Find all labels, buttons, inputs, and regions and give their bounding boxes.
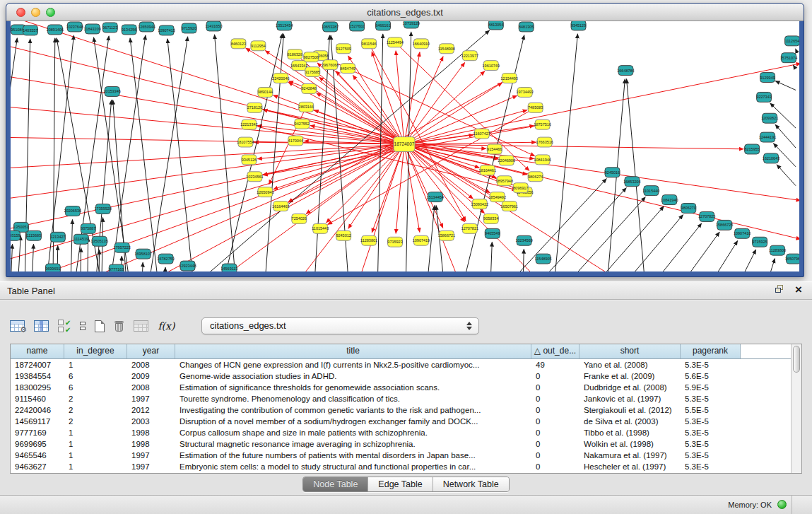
graph-node[interactable]: 9058334 (483, 214, 498, 223)
graph-node[interactable]: 1393159 (11, 230, 20, 240)
graph-node[interactable]: 12650944 (138, 22, 155, 32)
graph-node[interactable]: 8096917 (513, 183, 528, 193)
graph-node[interactable]: 9715923 (387, 237, 402, 247)
table-cell[interactable]: 6 (64, 382, 127, 393)
table-cell[interactable]: 19384554 (11, 370, 64, 382)
graph-node[interactable]: 18164461 (479, 165, 496, 175)
table-cell[interactable]: 18300295 (11, 382, 64, 393)
table-cell[interactable]: 5.3E-5 (681, 450, 741, 461)
window-titlebar[interactable]: citations_edges.txt (6, 4, 804, 21)
table-row[interactable]: 1830029562008Estimation of significance … (11, 382, 801, 393)
table-row[interactable]: 1938455462009Genome-wide association stu… (11, 370, 801, 382)
graph-node[interactable]: 16507961 (501, 201, 518, 211)
table-cell[interactable]: Jankovic et al. (1997) (579, 393, 681, 404)
graph-node[interactable]: 16640910 (413, 39, 430, 49)
graph-node[interactable]: 9699691 (45, 264, 60, 271)
table-cell[interactable]: 1997 (127, 461, 175, 472)
graph-node[interactable]: 9345129 (571, 21, 586, 30)
graph-node[interactable]: 10841946 (534, 155, 551, 165)
graph-node[interactable]: 16958107 (134, 249, 151, 259)
minimize-window-button[interactable] (31, 8, 40, 17)
table-cell[interactable]: 9115460 (11, 393, 64, 404)
graph-hub-node[interactable]: 18724007 (394, 137, 415, 152)
graph-node[interactable]: 9134256 (122, 25, 136, 35)
close-panel-icon[interactable]: × (795, 285, 802, 294)
table-cell[interactable]: 2 (64, 416, 127, 427)
graph-node[interactable]: 16648784 (617, 66, 634, 76)
table-cell[interactable]: Structural magnetic resonance image aver… (175, 438, 531, 450)
table-cell[interactable]: Franke et al. (2009) (579, 370, 681, 382)
graph-node[interactable]: 11015443 (312, 223, 329, 233)
graph-node[interactable]: 12444191 (759, 132, 776, 142)
graph-node[interactable]: 10719129 (403, 21, 420, 28)
table-cell[interactable]: 0 (531, 427, 579, 438)
graph-node[interactable]: 11283800 (769, 245, 786, 255)
graph-node[interactable]: 12707825 (698, 211, 715, 221)
network-canvas-svg[interactable]: 1872400711254494166409101154890812213977… (11, 21, 799, 271)
table-cell[interactable]: 1 (64, 359, 127, 370)
graph-node[interactable]: 15866721 (438, 230, 455, 240)
graph-node[interactable]: 12093821 (761, 113, 778, 123)
table-cell[interactable]: 9699695 (11, 438, 64, 450)
graph-node[interactable]: 7254026 (292, 214, 307, 223)
tab-network-table[interactable]: Network Table (433, 477, 509, 491)
table-cell[interactable]: 9463627 (11, 461, 64, 472)
column-header-year[interactable]: year (127, 344, 175, 358)
graph-node[interactable]: 11548905 (535, 254, 552, 264)
graph-node[interactable]: 2718120 (247, 103, 262, 112)
table-cell[interactable]: Genome-wide association studies in ADHD. (175, 370, 531, 382)
graph-node[interactable]: 20206536 (64, 206, 81, 216)
graph-node[interactable]: 8215955 (744, 144, 759, 154)
table-cell[interactable]: 0 (531, 461, 579, 472)
table-cell[interactable]: 0 (531, 404, 579, 416)
rows-icon[interactable] (80, 322, 86, 330)
table-cell[interactable]: Estimation of the future numbers of pati… (175, 450, 531, 461)
table-row[interactable]: 911546021997Tourette syndrome. Phenomeno… (11, 393, 801, 404)
new-file-icon[interactable] (95, 320, 105, 332)
column-header-out_de[interactable]: △ out_de... (531, 344, 579, 358)
graph-node[interactable]: 4170044 (288, 136, 303, 146)
graph-node[interactable]: 20153346 (104, 86, 121, 96)
table-panel-header[interactable]: Table Panel × (0, 281, 812, 300)
graph-node[interactable]: 12213342 (240, 119, 257, 129)
graph-node[interactable]: 9890144 (258, 87, 273, 97)
graph-node[interactable]: 1527602 (349, 21, 364, 31)
zoom-window-button[interactable] (46, 8, 55, 17)
table-row[interactable]: 2242004622012Investigating the contribut… (11, 404, 801, 416)
graph-node[interactable]: 16164463 (272, 201, 289, 211)
table-cell[interactable]: 1997 (127, 393, 175, 404)
graph-node[interactable]: 12154493 (501, 74, 518, 83)
graph-node[interactable]: 8186328 (288, 49, 302, 59)
table-cell[interactable]: 0 (531, 438, 579, 450)
close-window-button[interactable] (16, 8, 25, 17)
graph-node[interactable]: 9245012 (336, 230, 351, 240)
table-cell[interactable]: Hescheler et al. (1997) (579, 461, 681, 472)
graph-node[interactable]: 9112954 (251, 41, 266, 51)
graph-node[interactable]: 9715925 (752, 237, 767, 247)
table-cell[interactable]: 9465546 (11, 450, 64, 461)
table-cell[interactable]: 2012 (127, 404, 175, 416)
table-cell[interactable]: Investigating the contribution of common… (175, 404, 531, 416)
graph-node[interactable]: 1115685 (26, 230, 41, 240)
graph-node[interactable]: 9375887 (81, 223, 95, 233)
column-header-title[interactable]: title (175, 344, 531, 358)
graph-node[interactable]: 11431650 (205, 21, 222, 31)
graph-node[interactable]: 9806274 (528, 172, 543, 182)
table-cell[interactable]: Changes of HCN gene expression and I(f) … (175, 359, 531, 370)
graph-node[interactable]: 9715920 (182, 23, 196, 33)
graph-node[interactable]: 10841940 (661, 195, 678, 205)
graph-node[interactable]: 18107554 (237, 137, 254, 147)
table-cell[interactable]: 1998 (127, 438, 175, 450)
table-cell[interactable]: 49 (531, 359, 579, 370)
float-panel-icon[interactable] (775, 285, 785, 294)
delete-icon[interactable] (114, 320, 124, 332)
table-cell[interactable]: Tibbo et al. (1998) (579, 427, 681, 438)
graph-node[interactable]: 16210643 (763, 153, 779, 163)
graph-node[interactable]: 10907415 (158, 25, 175, 35)
tab-node-table[interactable]: Node Table (303, 477, 367, 491)
table-cell[interactable]: Yano et al. (2008) (579, 359, 681, 370)
graph-node[interactable]: 9465549 (485, 228, 500, 238)
table-options-icon[interactable] (10, 320, 25, 332)
table-row[interactable]: 946362711997Embryonic stem cells: a mode… (11, 461, 801, 472)
table-cell[interactable]: 1 (64, 427, 127, 438)
